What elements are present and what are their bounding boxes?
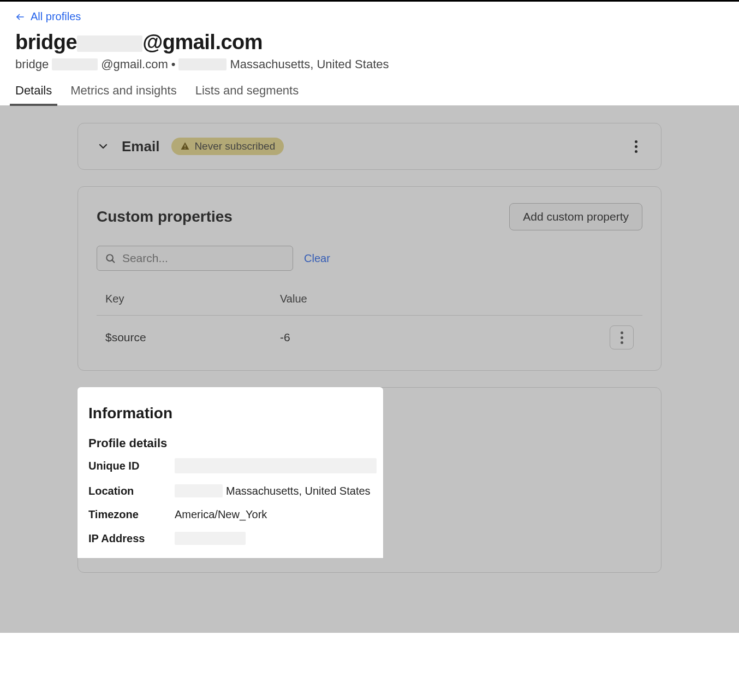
information-title: Information	[88, 405, 372, 422]
svg-rect-1	[185, 145, 186, 147]
row-key: $source	[105, 331, 280, 344]
unique-id-label: Unique ID	[88, 460, 170, 472]
search-input[interactable]	[122, 252, 285, 265]
col-value: Value	[280, 293, 590, 305]
timezone-label: Timezone	[88, 508, 170, 521]
clear-search-link[interactable]: Clear	[304, 252, 330, 265]
add-custom-property-button[interactable]: Add custom property	[509, 203, 642, 230]
location-value: Massachusetts, United States	[226, 485, 371, 497]
redacted-title	[77, 35, 142, 52]
redacted-ip	[175, 532, 246, 545]
col-key: Key	[105, 293, 280, 305]
svg-line-4	[112, 260, 114, 262]
table-row: $source -6	[97, 316, 642, 359]
sub-email-prefix: bridge	[15, 57, 49, 72]
redacted-city	[178, 58, 227, 70]
tabs: Details Metrics and insights Lists and s…	[15, 84, 724, 105]
sub-location: Massachusetts, United States	[230, 57, 389, 72]
warning-icon	[180, 141, 190, 151]
back-to-profiles-link[interactable]: All profiles	[15, 10, 81, 23]
profile-details-subtitle: Profile details	[88, 436, 372, 450]
tab-metrics[interactable]: Metrics and insights	[70, 84, 176, 105]
information-card-wrapper: Information Profile details Unique ID Lo…	[78, 387, 661, 573]
chevron-down-icon[interactable]	[97, 140, 110, 153]
ip-label: IP Address	[88, 532, 170, 545]
details-body: Email Never subscribed Custom properties…	[0, 105, 739, 633]
redacted-location-city	[175, 484, 223, 497]
email-card-menu[interactable]	[629, 140, 642, 153]
search-icon	[105, 252, 116, 264]
profile-subline: bridge@gmail.com • Massachusetts, United…	[15, 57, 724, 72]
redacted-unique-id	[175, 458, 377, 473]
back-label: All profiles	[31, 10, 81, 23]
tab-details[interactable]: Details	[15, 84, 52, 105]
separator: •	[171, 57, 176, 72]
title-suffix: @gmail.com	[142, 31, 263, 54]
page-header: All profiles bridge@gmail.com bridge@gma…	[0, 2, 739, 105]
custom-properties-title: Custom properties	[97, 208, 233, 226]
information-popout: Information Profile details Unique ID Lo…	[78, 387, 383, 558]
subscription-badge: Never subscribed	[171, 138, 284, 155]
location-label: Location	[88, 485, 170, 497]
custom-properties-search[interactable]	[97, 246, 293, 271]
redacted-sub-email	[52, 58, 98, 70]
row-menu[interactable]	[610, 325, 634, 349]
timezone-value: America/New_York	[175, 508, 267, 521]
email-section-title: Email	[122, 138, 159, 155]
badge-text: Never subscribed	[194, 140, 275, 152]
row-value: -6	[280, 331, 590, 344]
custom-properties-table-header: Key Value	[97, 283, 642, 316]
sub-email-suffix: @gmail.com	[101, 57, 168, 72]
custom-properties-card: Custom properties Add custom property Cl…	[78, 186, 661, 371]
email-card: Email Never subscribed	[78, 123, 661, 170]
tab-lists[interactable]: Lists and segments	[195, 84, 299, 105]
page-title: bridge@gmail.com	[15, 31, 263, 54]
arrow-left-icon	[15, 12, 25, 22]
svg-rect-2	[185, 148, 186, 149]
title-prefix: bridge	[15, 31, 77, 54]
